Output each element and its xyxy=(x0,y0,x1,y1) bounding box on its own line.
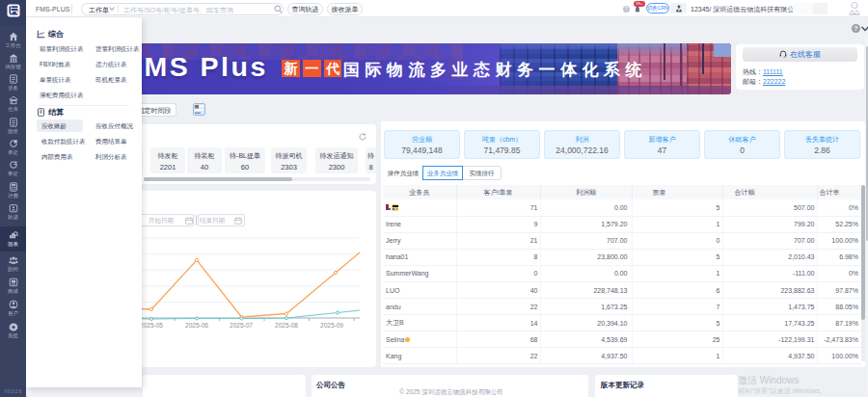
svg-text:2025-09: 2025-09 xyxy=(320,322,343,329)
svg-text:2025-07: 2025-07 xyxy=(230,322,253,329)
svg-text:2025-05: 2025-05 xyxy=(140,322,163,329)
svg-text:2025-06: 2025-06 xyxy=(185,322,208,329)
svg-text:2025-08: 2025-08 xyxy=(275,322,298,329)
